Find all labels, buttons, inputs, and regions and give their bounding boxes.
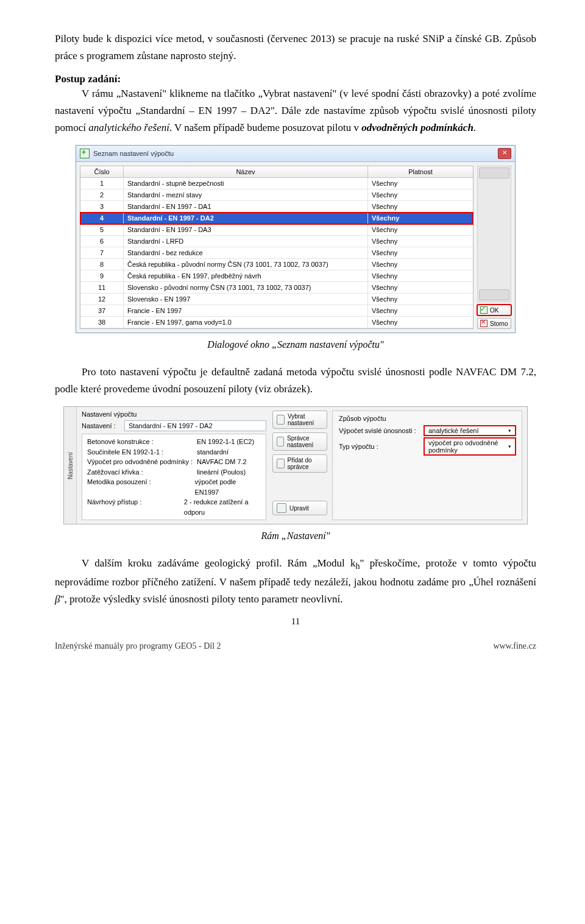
cell-validity: Všechny bbox=[368, 189, 473, 200]
cell-name: Standardní - mezní stavy bbox=[124, 189, 368, 200]
cell-name: Standardní - EN 1997 - DA1 bbox=[124, 201, 368, 212]
calc-type-dropdown[interactable]: výpočet pro odvodněné podmínky ▾ bbox=[424, 438, 516, 455]
table-row[interactable]: 8Česká republika - původní normy ČSN (73… bbox=[80, 259, 473, 270]
body-paragraph: V rámu „Nastavení" klikneme na tlačítko … bbox=[55, 85, 536, 136]
ok-button[interactable]: OK bbox=[477, 305, 511, 316]
calc-method-box: Způsob výpočtu Výpočet svislé únosnosti … bbox=[332, 411, 522, 520]
col-header-number: Číslo bbox=[80, 166, 124, 177]
table-row[interactable]: 12Slovensko - EN 1997Všechny bbox=[80, 294, 473, 305]
button-label: Přidat do správce bbox=[288, 457, 323, 470]
plus-icon bbox=[80, 149, 90, 158]
field-label: Výpočet svislé únosnosti : bbox=[339, 427, 424, 434]
detail-row: Součinitele EN 1992-1-1 :standardní bbox=[87, 447, 261, 457]
figure-caption: Rám „Nastavení" bbox=[55, 531, 536, 541]
cell-number: 37 bbox=[80, 305, 124, 316]
text-bold-italic: odvodněných podmínkách bbox=[361, 122, 473, 133]
detail-row: Výpočet pro odvodněné podmínky :NAVFAC D… bbox=[87, 457, 261, 467]
panel-left: Nastavení výpočtu Nastavení : Standardní… bbox=[82, 411, 266, 520]
ok-button-label: OK bbox=[490, 307, 498, 314]
sidebar-tab[interactable]: Nastavení bbox=[64, 407, 77, 524]
table-row[interactable]: 4Standardní - EN 1997 - DA2Všechny bbox=[80, 213, 473, 224]
cell-name: Francie - EN 1997, gama vody=1.0 bbox=[124, 317, 368, 328]
chevron-down-icon: ▾ bbox=[508, 443, 511, 450]
cell-number: 8 bbox=[80, 259, 124, 270]
dialog-window: Seznam nastavení výpočtu ✕ Číslo Název P… bbox=[76, 145, 516, 333]
table-row[interactable]: 37Francie - EN 1997Všechny bbox=[80, 305, 473, 317]
cell-number: 11 bbox=[80, 282, 124, 293]
cell-validity: Všechny bbox=[368, 259, 473, 270]
button-label: Vybrat nastavení bbox=[288, 413, 323, 426]
dropdown-value: výpočet pro odvodněné podmínky bbox=[428, 439, 508, 454]
manager-button[interactable]: Správce nastavení bbox=[272, 432, 327, 451]
button-label: Upravit bbox=[289, 505, 309, 512]
cell-validity: Všechny bbox=[368, 224, 473, 235]
footer-right: www.fine.cz bbox=[493, 641, 536, 651]
cell-number: 5 bbox=[80, 224, 124, 235]
cell-validity: Všechny bbox=[368, 201, 473, 212]
cell-validity: Všechny bbox=[368, 270, 473, 281]
settings-details-box: Betonové konstrukce :EN 1992-1-1 (EC2)So… bbox=[82, 434, 266, 520]
field-label: Typ výpočtu : bbox=[339, 443, 424, 450]
cell-number: 6 bbox=[80, 236, 124, 247]
plus-icon bbox=[277, 415, 285, 425]
edit-button[interactable]: Upravit bbox=[272, 501, 327, 515]
cell-number: 3 bbox=[80, 201, 124, 212]
cell-number: 2 bbox=[80, 189, 124, 200]
add-to-manager-button[interactable]: Přidat do správce bbox=[272, 454, 327, 473]
cell-name: Standardní - LRFD bbox=[124, 236, 368, 247]
text-subscript: h bbox=[356, 562, 360, 571]
table-row[interactable]: 6Standardní - LRFDVšechny bbox=[80, 236, 473, 247]
cell-name: Standardní - EN 1997 - DA3 bbox=[124, 224, 368, 235]
button-label: Správce nastavení bbox=[287, 435, 323, 448]
cell-name: Slovensko - EN 1997 bbox=[124, 294, 368, 305]
body-paragraph: Pro toto nastavení výpočtu je defaultně … bbox=[55, 364, 536, 398]
dialog-titlebar: Seznam nastavení výpočtu ✕ bbox=[76, 146, 515, 162]
detail-row: Metodika posouzení :výpočet podle EN1997 bbox=[87, 477, 261, 497]
plus-icon bbox=[277, 459, 285, 468]
settings-panel: Nastavení Nastavení výpočtu Nastavení : … bbox=[63, 406, 528, 524]
close-button[interactable]: ✕ bbox=[498, 148, 511, 159]
footer-left: Inženýrské manuály pro programy GEO5 - D… bbox=[55, 641, 221, 651]
text-fragment: ", protože výsledky svislé únosnosti pil… bbox=[60, 593, 342, 605]
detail-value: standardní bbox=[197, 447, 229, 457]
edit-icon bbox=[277, 503, 286, 513]
table-row[interactable]: 5Standardní - EN 1997 - DA3Všechny bbox=[80, 224, 473, 236]
table-row[interactable]: 2Standardní - mezní stavyVšechny bbox=[80, 189, 473, 201]
table-row[interactable]: 11Slovensko - původní normy ČSN (73 1001… bbox=[80, 282, 473, 294]
figure-caption: Dialogové okno „Seznam nastavení výpočtu… bbox=[55, 339, 536, 350]
cell-number: 9 bbox=[80, 270, 124, 281]
table-row[interactable]: 9Česká republika - EN 1997, předběžný ná… bbox=[80, 270, 473, 282]
dialog-body: Číslo Název Platnost 1Standardní - stupn… bbox=[76, 162, 515, 333]
panel-buttons: Vybrat nastavení Správce nastavení Přida… bbox=[272, 411, 327, 520]
detail-key: Součinitele EN 1992-1-1 : bbox=[87, 447, 197, 457]
scrollbar[interactable] bbox=[477, 166, 511, 302]
cell-number: 1 bbox=[80, 178, 124, 189]
detail-value: NAVFAC DM 7.2 bbox=[197, 457, 247, 467]
cell-name: Standardní - bez redukce bbox=[124, 247, 368, 258]
panel-setting-label: Nastavení : bbox=[82, 422, 124, 429]
table-row[interactable]: 3Standardní - EN 1997 - DA1Všechny bbox=[80, 201, 473, 213]
check-icon bbox=[480, 306, 488, 314]
col-header-name: Název bbox=[124, 166, 368, 177]
dropdown-value: analytické řešení bbox=[428, 427, 479, 434]
detail-key: Metodika posouzení : bbox=[87, 477, 194, 497]
table-row[interactable]: 1Standardní - stupně bezpečnostiVšechny bbox=[80, 178, 473, 189]
cell-validity: Všechny bbox=[368, 282, 473, 293]
detail-value: EN 1992-1-1 (EC2) bbox=[197, 437, 254, 447]
cell-validity: Všechny bbox=[368, 294, 473, 305]
cell-number: 12 bbox=[80, 294, 124, 305]
detail-value: lineární (Poulos) bbox=[197, 467, 246, 478]
dialog-title: Seznam nastavení výpočtu bbox=[93, 150, 174, 157]
body-paragraph: Piloty bude k dispozici více metod, v so… bbox=[55, 30, 536, 65]
cell-validity: Všechny bbox=[368, 305, 473, 316]
choose-setting-button[interactable]: Vybrat nastavení bbox=[272, 411, 327, 429]
detail-key: Návrhový přístup : bbox=[87, 497, 184, 517]
cancel-button[interactable]: Storno bbox=[477, 318, 511, 329]
table-row[interactable]: 38Francie - EN 1997, gama vody=1.0Všechn… bbox=[80, 317, 473, 328]
detail-key: Zatěžovací křivka : bbox=[87, 467, 197, 478]
panel-group-label: Nastavení výpočtu bbox=[82, 411, 266, 418]
vertical-capacity-dropdown[interactable]: analytické řešení ▾ bbox=[424, 426, 516, 436]
cell-name: Francie - EN 1997 bbox=[124, 305, 368, 316]
cell-validity: Všechny bbox=[368, 178, 473, 189]
table-row[interactable]: 7Standardní - bez redukceVšechny bbox=[80, 247, 473, 259]
